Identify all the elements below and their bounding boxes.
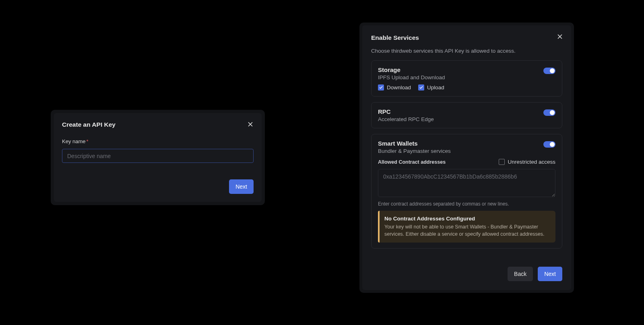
download-checkbox-item[interactable]: Download: [378, 84, 411, 91]
close-icon[interactable]: [554, 31, 566, 42]
addresses-helper: Enter contract addresses separated by co…: [378, 201, 555, 207]
key-name-input[interactable]: [62, 149, 254, 163]
enable-services-panel: Enable Services Choose thirdweb services…: [362, 25, 571, 290]
rpc-desc: Accelerated RPC Edge: [378, 116, 434, 122]
storage-name: Storage: [378, 66, 445, 73]
alert-title: No Contract Addresses Configured: [384, 216, 550, 222]
addresses-label: Allowed Contract addresses: [378, 159, 446, 165]
enable-services-modal: Enable Services Choose thirdweb services…: [359, 23, 574, 293]
wallets-desc: Bundler & Paymaster services: [378, 148, 451, 154]
rpc-toggle[interactable]: [543, 109, 555, 116]
storage-titles: Storage IPFS Upload and Download: [378, 66, 445, 80]
enable-modal-title: Enable Services: [371, 34, 562, 41]
unrestricted-checkbox[interactable]: [499, 159, 505, 165]
rpc-name: RPC: [378, 108, 434, 115]
required-star: *: [87, 138, 89, 144]
contract-addresses-textarea[interactable]: [378, 169, 555, 197]
service-card-rpc: RPC Accelerated RPC Edge: [371, 102, 562, 128]
key-name-label: Key name*: [62, 138, 254, 144]
upload-label: Upload: [427, 84, 444, 91]
storage-checkbox-row: Download Upload: [378, 84, 555, 91]
storage-desc: IPFS Upload and Download: [378, 74, 445, 80]
key-name-label-text: Key name: [62, 138, 86, 144]
service-card-smart-wallets: Smart Wallets Bundler & Paymaster servic…: [371, 134, 562, 249]
next-button[interactable]: Next: [229, 179, 254, 194]
wallets-toggle[interactable]: [543, 141, 555, 148]
wallets-name: Smart Wallets: [378, 140, 451, 147]
next-button[interactable]: Next: [538, 267, 562, 281]
create-modal-title: Create an API Key: [62, 121, 254, 128]
storage-toggle[interactable]: [543, 68, 555, 74]
back-button[interactable]: Back: [508, 267, 533, 281]
unrestricted-checkbox-item[interactable]: Unrestricted access: [499, 159, 555, 165]
create-modal-footer: Next: [62, 179, 254, 194]
enable-subheading: Choose thirdweb services this API Key is…: [371, 48, 562, 54]
enable-modal-footer: Back Next: [371, 267, 562, 281]
download-checkbox[interactable]: [378, 84, 384, 91]
download-label: Download: [387, 84, 411, 91]
wallets-header: Smart Wallets Bundler & Paymaster servic…: [378, 140, 555, 154]
rpc-header: RPC Accelerated RPC Edge: [378, 108, 555, 122]
upload-checkbox-item[interactable]: Upload: [418, 84, 444, 91]
close-icon[interactable]: [245, 119, 256, 130]
addresses-label-row: Allowed Contract addresses Unrestricted …: [378, 159, 555, 165]
create-api-key-panel: Create an API Key Key name* Next: [54, 113, 262, 202]
no-addresses-alert: No Contract Addresses Configured Your ke…: [378, 211, 555, 243]
rpc-titles: RPC Accelerated RPC Edge: [378, 108, 434, 122]
create-api-key-modal: Create an API Key Key name* Next: [51, 110, 265, 205]
storage-header: Storage IPFS Upload and Download: [378, 66, 555, 80]
upload-checkbox[interactable]: [418, 84, 424, 91]
service-card-storage: Storage IPFS Upload and Download Downloa…: [371, 60, 562, 97]
unrestricted-label: Unrestricted access: [508, 159, 555, 165]
wallets-titles: Smart Wallets Bundler & Paymaster servic…: [378, 140, 451, 154]
alert-body: Your key will not be able to use Smart W…: [384, 223, 550, 238]
